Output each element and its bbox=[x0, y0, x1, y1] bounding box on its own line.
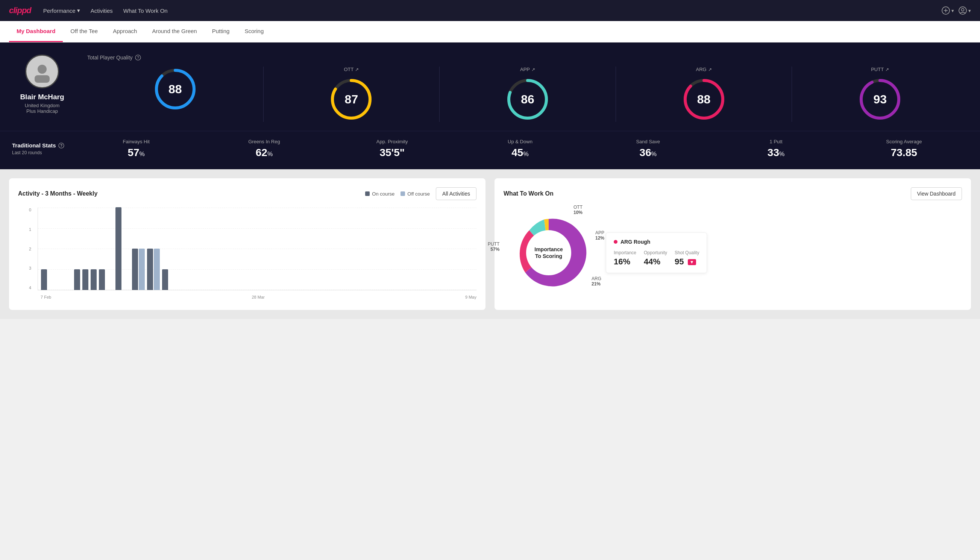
avatar bbox=[25, 55, 59, 88]
on-course-dot bbox=[365, 192, 369, 196]
nav-activities[interactable]: Activities bbox=[91, 8, 113, 14]
chart-wrapper: 4 3 2 1 0 7 Feb 28 Mar bbox=[18, 208, 476, 301]
stat-sand-save: Sand Save 36% bbox=[584, 139, 712, 159]
label-app: APP 12% bbox=[595, 230, 604, 241]
svg-rect-6 bbox=[35, 75, 50, 83]
work-on-card: What To Work On View Dashboard bbox=[494, 178, 971, 310]
hero-section: Blair McHarg United Kingdom Plus Handica… bbox=[0, 42, 980, 131]
info-stat-shot-quality: Shot Quality 95 ▼ bbox=[675, 250, 699, 267]
svg-point-4 bbox=[962, 8, 964, 11]
score-putt[interactable]: PUTT ↗ 93 bbox=[792, 67, 968, 122]
off-course-dot bbox=[401, 192, 405, 196]
tab-my-dashboard[interactable]: My Dashboard bbox=[9, 21, 63, 42]
stat-1-putt: 1 Putt 33% bbox=[712, 139, 840, 159]
donut-wrapper: Importance To Scoring OTT 10% APP 12% bbox=[504, 208, 594, 298]
add-button[interactable]: ▾ bbox=[942, 7, 954, 15]
top-nav: clippd Performance ▾ Activities What To … bbox=[0, 0, 980, 21]
work-on-header: What To Work On View Dashboard bbox=[504, 187, 962, 200]
all-activities-button[interactable]: All Activities bbox=[436, 187, 476, 200]
ring-app: 86 bbox=[505, 77, 550, 122]
label-putt: PUTT 57% bbox=[488, 242, 499, 252]
stat-greens-in-reg: Greens In Reg 62% bbox=[200, 139, 328, 159]
info-stats: Importance 16% Opportunity 44% Shot Qual… bbox=[614, 250, 699, 267]
user-button[interactable]: ▾ bbox=[958, 7, 971, 15]
info-dot bbox=[614, 240, 617, 244]
x-axis: 7 Feb 28 Mar 9 May bbox=[41, 293, 476, 301]
bar-off-course bbox=[154, 248, 160, 290]
tab-around-the-green[interactable]: Around the Green bbox=[145, 21, 204, 42]
bottom-section: Activity - 3 Months - Weekly On course O… bbox=[0, 169, 980, 319]
player-name: Blair McHarg bbox=[20, 93, 64, 101]
bars-row bbox=[41, 208, 473, 290]
bar-group bbox=[147, 248, 160, 290]
svg-text:?: ? bbox=[137, 56, 139, 60]
svg-text:?: ? bbox=[60, 144, 62, 148]
bar-on-course bbox=[41, 269, 47, 290]
player-handicap: Plus Handicap bbox=[26, 108, 58, 114]
stat-app-proximity: App. Proximity 35'5" bbox=[328, 139, 456, 159]
tab-off-the-tee[interactable]: Off the Tee bbox=[63, 21, 105, 42]
legend-on-course: On course bbox=[365, 191, 394, 197]
svg-point-5 bbox=[38, 65, 47, 74]
bar-on-course bbox=[99, 269, 105, 290]
chevron-down-icon: ▾ bbox=[77, 7, 80, 14]
ring-ott: 87 bbox=[329, 77, 374, 122]
bar-on-course bbox=[162, 269, 168, 290]
info-stat-opportunity: Opportunity 44% bbox=[644, 250, 667, 267]
app-arrow-icon: ↗ bbox=[531, 67, 535, 72]
bar-group bbox=[41, 269, 47, 290]
label-ott: OTT 10% bbox=[574, 205, 582, 215]
bar-group bbox=[132, 248, 145, 290]
player-info: Blair McHarg United Kingdom Plus Handica… bbox=[12, 55, 72, 114]
info-box: ARG Rough Importance 16% Opportunity 44%… bbox=[606, 232, 707, 273]
bar-on-course bbox=[147, 248, 153, 290]
nav-performance[interactable]: Performance ▾ bbox=[43, 7, 80, 14]
donut-center-text: Importance To Scoring bbox=[534, 246, 562, 260]
ring-putt: 93 bbox=[857, 77, 903, 122]
activity-title: Activity - 3 Months - Weekly bbox=[18, 190, 97, 197]
bar-group bbox=[162, 269, 168, 290]
score-total: 88 bbox=[87, 67, 264, 122]
ring-arg: 88 bbox=[681, 77, 727, 122]
bar-on-course bbox=[115, 207, 121, 290]
ring-total: 88 bbox=[153, 67, 198, 112]
bar-on-course bbox=[91, 269, 97, 290]
activity-card: Activity - 3 Months - Weekly On course O… bbox=[9, 178, 486, 310]
logo[interactable]: clippd bbox=[9, 6, 31, 15]
activity-legend: On course Off course bbox=[365, 191, 430, 197]
stat-up-and-down: Up & Down 45% bbox=[456, 139, 584, 159]
view-dashboard-button[interactable]: View Dashboard bbox=[911, 187, 962, 200]
trad-stats-label: Traditional Stats ? bbox=[12, 142, 72, 148]
tab-bar: My Dashboard Off the Tee Approach Around… bbox=[0, 21, 980, 42]
stat-fairways-hit: Fairways Hit 57% bbox=[72, 139, 200, 159]
ott-arrow-icon: ↗ bbox=[355, 67, 359, 72]
nav-what-to-work-on[interactable]: What To Work On bbox=[123, 8, 168, 14]
putt-arrow-icon: ↗ bbox=[885, 67, 889, 72]
trad-stats-sub: Last 20 rounds bbox=[12, 150, 72, 155]
info-stat-importance: Importance 16% bbox=[614, 250, 636, 267]
scores-row: 88 OTT ↗ 87 bbox=[87, 67, 968, 122]
legend-off-course: Off course bbox=[401, 191, 430, 197]
nav-right: ▾ ▾ bbox=[942, 7, 971, 15]
stat-items: Fairways Hit 57% Greens In Reg 62% App. … bbox=[72, 139, 968, 159]
bar-group bbox=[74, 269, 80, 290]
bar-chart: 4 3 2 1 0 bbox=[38, 208, 476, 290]
activity-card-header: Activity - 3 Months - Weekly On course O… bbox=[18, 187, 476, 200]
tab-approach[interactable]: Approach bbox=[105, 21, 145, 42]
scores-section: Total Player Quality ? 88 bbox=[87, 55, 968, 122]
score-arg[interactable]: ARG ↗ 88 bbox=[616, 67, 792, 122]
player-country: United Kingdom bbox=[25, 103, 60, 108]
shot-quality-badge: ▼ bbox=[688, 259, 696, 265]
donut-area: Importance To Scoring OTT 10% APP 12% bbox=[504, 208, 962, 298]
score-ott[interactable]: OTT ↗ 87 bbox=[264, 67, 440, 122]
bar-group bbox=[91, 269, 97, 290]
score-app[interactable]: APP ↗ 86 bbox=[439, 67, 616, 122]
y-axis: 4 3 2 1 0 bbox=[29, 208, 31, 290]
bar-on-course bbox=[74, 269, 80, 290]
traditional-stats: Traditional Stats ? Last 20 rounds Fairw… bbox=[0, 131, 980, 169]
bar-on-course bbox=[82, 269, 88, 290]
stat-scoring-avg: Scoring Average 73.85 bbox=[840, 139, 968, 159]
bar-group bbox=[115, 207, 121, 290]
tab-scoring[interactable]: Scoring bbox=[237, 21, 271, 42]
tab-putting[interactable]: Putting bbox=[205, 21, 237, 42]
